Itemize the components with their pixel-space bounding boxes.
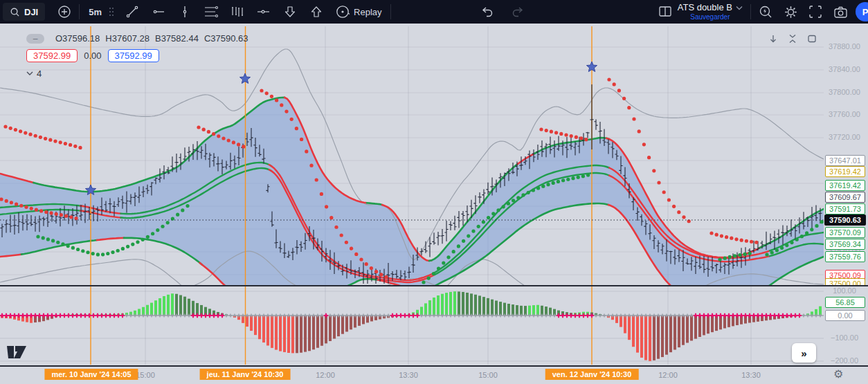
trend-line-icon <box>125 5 139 19</box>
arrow-down-icon <box>768 34 778 44</box>
tradingview-watermark <box>6 340 29 363</box>
axis-price-tag: 37559.76 <box>825 251 865 262</box>
axis-label: 37720.00 <box>824 133 865 141</box>
interval-button[interactable]: 5m <box>84 2 106 21</box>
legend-collapse-button[interactable]: – <box>26 34 44 44</box>
pane-divider[interactable] <box>0 285 868 286</box>
axis-label: 37760.00 <box>824 110 865 118</box>
axis-price-tag: 37619.42 <box>825 180 865 191</box>
fullscreen-icon <box>808 5 822 19</box>
ohlc-open: O37596.18 <box>55 33 100 44</box>
toolbar-right-group: ATS double B Sauvegarder P <box>655 2 868 21</box>
axis-price-tag: 37591.73 <box>825 203 865 214</box>
trend-line-tool[interactable] <box>123 2 142 21</box>
axis-label: 100.00 <box>824 287 865 295</box>
maximize-icon <box>807 34 817 44</box>
fib-tool[interactable] <box>201 2 221 21</box>
layout-select-button[interactable] <box>655 2 675 21</box>
axis-label: 37800.00 <box>824 88 865 96</box>
horizontal-line-icon <box>152 5 165 19</box>
time-axis[interactable]: ⚙ 15:0012:0013:3015:0012:0013:30mer. 10 … <box>0 365 868 384</box>
ohlc-close: C37590.63 <box>204 33 248 44</box>
collapse-icon <box>788 34 797 44</box>
indicator-axis[interactable]: 100.00−100.00−200.0056.850.00 <box>824 287 868 365</box>
undo-redo-group <box>478 2 527 21</box>
drag-dots-icon <box>109 7 114 17</box>
avatar[interactable]: P <box>856 2 868 21</box>
replay-button[interactable] <box>333 2 352 21</box>
settings-button[interactable] <box>781 2 800 21</box>
expand-panel-button[interactable]: » <box>792 343 816 363</box>
fib-lines-icon <box>204 5 219 19</box>
add-symbol-button[interactable] <box>55 2 74 21</box>
toolbar-divider <box>750 4 751 19</box>
axis-label: 37840.00 <box>824 65 865 73</box>
top-toolbar: DJI 5m <box>0 0 868 24</box>
spread-value: 0.00 <box>84 51 101 61</box>
layout-name-block[interactable]: ATS double B Sauvegarder <box>678 3 743 20</box>
time-tick-label: 12:00 <box>316 371 335 379</box>
arrow-up-tool[interactable] <box>307 2 326 21</box>
toolbar-divider <box>79 4 80 19</box>
snapshot-button[interactable] <box>831 2 850 21</box>
pane-settings-icon[interactable]: ⚙ <box>833 367 843 381</box>
axis-label: 37880.00 <box>824 42 865 51</box>
chevron-down-icon <box>26 71 33 76</box>
bars-pattern-icon <box>230 5 245 19</box>
fullscreen-button[interactable] <box>806 2 825 21</box>
indicators-collapse[interactable]: 4 <box>26 68 248 79</box>
vertical-line-icon <box>178 5 192 19</box>
arrow-up-icon <box>309 5 323 19</box>
search-icon <box>10 7 20 17</box>
buy-price-tag: 37592.99 <box>108 49 159 62</box>
arrow-down-tool[interactable] <box>280 2 300 21</box>
quick-search-button[interactable] <box>756 2 775 21</box>
layout-name: ATS double B <box>678 3 732 12</box>
tradingview-logo-icon <box>6 340 29 360</box>
indicator-pane <box>0 291 824 361</box>
save-button[interactable]: Sauvegarder <box>690 13 730 21</box>
toolbar-divider <box>390 4 391 19</box>
session-label: mer. 10 Janv '24 14:05 <box>44 369 138 380</box>
sell-price-tag: 37592.99 <box>26 49 78 62</box>
pane-controls <box>767 33 818 45</box>
price-axis[interactable]: 37880.0037840.0037800.0037760.0037720.00… <box>824 24 868 286</box>
indicators-count: 4 <box>37 68 42 79</box>
ohlc-high: H37607.28 <box>105 33 150 44</box>
axis-price-tag: 56.85 <box>825 297 865 308</box>
time-tick-label: 13:30 <box>741 371 761 379</box>
camera-icon <box>833 6 848 19</box>
time-tick-label: 12:00 <box>658 371 678 379</box>
gear-icon <box>784 5 798 19</box>
axis-price-tag: 37569.34 <box>825 239 865 250</box>
chevron-down-icon <box>736 6 743 10</box>
ray-line-icon <box>256 5 271 19</box>
pattern-tool[interactable] <box>228 2 247 21</box>
axis-label: −200.00 <box>824 356 865 365</box>
undo-icon <box>480 6 494 18</box>
current-price-tag: 37590.63 <box>824 214 866 226</box>
drag-handle[interactable] <box>106 2 117 21</box>
axis-price-tag: 0.00 <box>825 310 865 321</box>
axis-price-tag: 37647.01 <box>825 155 865 166</box>
replay-label[interactable]: Replay <box>354 7 381 17</box>
axis-price-tag: 37609.67 <box>825 192 865 203</box>
bolt-search-icon <box>759 5 773 19</box>
layout-icon <box>658 6 672 18</box>
ray-tool[interactable] <box>254 2 273 21</box>
undo-button[interactable] <box>478 2 497 21</box>
redo-icon <box>511 6 525 18</box>
time-tick-label: 15:00 <box>136 371 155 379</box>
symbol-search[interactable]: DJI <box>3 3 45 21</box>
vertical-line-tool[interactable] <box>175 2 195 21</box>
axis-price-tag: 37570.09 <box>825 227 865 238</box>
time-tick-label: 13:30 <box>399 371 418 379</box>
horizontal-line-tool[interactable] <box>149 2 168 21</box>
time-tick-label: 15:00 <box>478 371 498 379</box>
session-label: ven. 12 Janv '24 10:30 <box>545 369 639 380</box>
replay-icon <box>335 4 350 19</box>
redo-button[interactable] <box>508 2 527 21</box>
maximize-pane-button[interactable] <box>806 33 818 45</box>
move-pane-down-button[interactable] <box>767 33 779 45</box>
collapse-pane-button[interactable] <box>786 33 799 45</box>
